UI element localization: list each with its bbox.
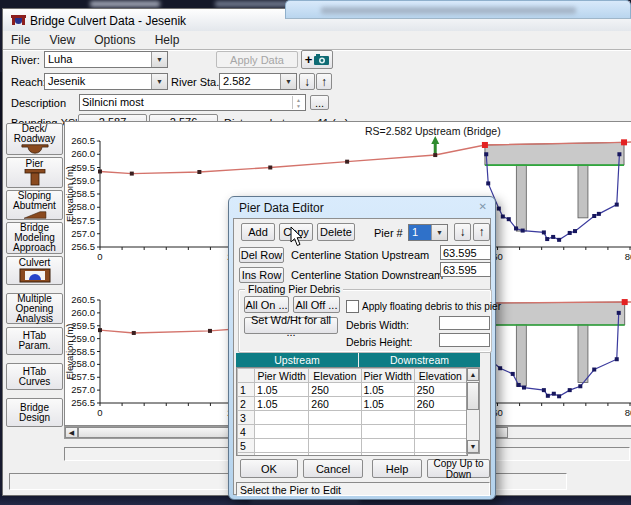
- ins-row-button[interactable]: Ins Row: [239, 267, 284, 283]
- table-cell[interactable]: [255, 453, 309, 457]
- pier-data-editor-dialog: Pier Data Editor ✕ Add Copy Delete Pier …: [228, 196, 496, 500]
- cancel-button[interactable]: Cancel: [303, 459, 363, 478]
- debris-width-label: Debris Width:: [346, 319, 409, 331]
- table-cell[interactable]: [414, 411, 466, 425]
- plus-icon: +: [305, 52, 313, 67]
- del-row-button[interactable]: Del Row: [239, 247, 284, 263]
- scrollbar-left-arrow[interactable]: ◀: [65, 427, 78, 438]
- chevron-down-icon[interactable]: ▼: [151, 74, 167, 89]
- chevron-down-icon[interactable]: ▼: [431, 225, 447, 240]
- set-wdht-button[interactable]: Set Wd/Ht for all ...: [244, 317, 338, 334]
- svg-text:Elevation (m): Elevation (m): [65, 324, 75, 380]
- table-header-row: Pier Width Elevation Pier Width Elevatio…: [238, 369, 467, 383]
- menu-help[interactable]: Help: [147, 31, 188, 49]
- dialog-status-text: Select the Pier to Edit: [240, 484, 341, 496]
- sidebar-item-sloping-abutment[interactable]: Sloping Abutment: [6, 190, 63, 220]
- table-cell[interactable]: [309, 425, 361, 439]
- table-scroll-up-arrow[interactable]: ▲: [467, 368, 479, 381]
- description-expand-button[interactable]: ...: [310, 95, 329, 110]
- table-scrollbar[interactable]: ▲ ▼: [466, 367, 480, 454]
- table-cell[interactable]: [414, 425, 466, 439]
- table-cell[interactable]: 250: [414, 383, 466, 397]
- reach-combobox[interactable]: Jesenik ▼: [44, 73, 168, 90]
- table-cell[interactable]: [255, 411, 309, 425]
- spinner-down-icon[interactable]: ▼: [296, 103, 301, 109]
- all-on-button[interactable]: All On ...: [244, 296, 289, 313]
- apply-data-button[interactable]: Apply Data: [216, 51, 298, 68]
- table-cell[interactable]: [361, 453, 414, 457]
- table-cell[interactable]: [309, 453, 361, 457]
- sidebar-item-deck-roadway[interactable]: Deck/ Roadway: [6, 123, 63, 155]
- close-icon[interactable]: ✕: [479, 201, 487, 212]
- chevron-down-icon[interactable]: ▼: [280, 74, 296, 89]
- river-sta-combobox[interactable]: 2.582 ▼: [219, 73, 297, 90]
- ok-button[interactable]: OK: [240, 459, 298, 478]
- table-cell[interactable]: [361, 439, 414, 453]
- help-button[interactable]: Help: [372, 459, 422, 478]
- description-field[interactable]: Silnicni most ▲ ▼: [79, 94, 306, 111]
- all-off-button[interactable]: All Off ...: [293, 296, 340, 313]
- pier-width-dn-header: Pier Width: [361, 369, 414, 383]
- table-cell[interactable]: [309, 411, 361, 425]
- sidebar-item-bridge-modeling-approach[interactable]: Bridge Modeling Approach: [6, 222, 63, 254]
- centerline-downstream-field[interactable]: 63.595: [440, 262, 491, 277]
- river-combobox[interactable]: Luha ▼: [44, 51, 168, 68]
- table-cell[interactable]: [361, 425, 414, 439]
- svg-text:0: 0: [97, 251, 102, 262]
- svg-text:256.5: 256.5: [71, 241, 95, 252]
- table-cell[interactable]: [255, 439, 309, 453]
- background-window-titlebar: [285, 0, 631, 19]
- sidebar-item-multiple-opening-analysis[interactable]: Multiple Opening Analysis: [6, 293, 63, 324]
- menu-file[interactable]: File: [3, 31, 38, 49]
- apply-debris-checkbox[interactable]: [346, 300, 359, 313]
- description-spinner[interactable]: ▲ ▼: [292, 96, 304, 109]
- previous-station-button[interactable]: ↓: [299, 73, 315, 90]
- next-pier-button[interactable]: ↑: [473, 223, 490, 241]
- copy-up-to-down-button[interactable]: Copy Up to Down: [427, 459, 490, 478]
- elevation-up-header: Elevation: [309, 369, 361, 383]
- table-cell[interactable]: 260: [414, 397, 466, 411]
- table-cell[interactable]: 260: [309, 397, 361, 411]
- add-pier-button[interactable]: Add: [241, 223, 275, 241]
- centerline-upstream-field[interactable]: 63.595: [440, 245, 491, 260]
- sidebar-item-bridge-design[interactable]: Bridge Design: [6, 398, 63, 427]
- sidebar-item-pier[interactable]: Pier: [6, 157, 63, 188]
- table-cell[interactable]: 250: [309, 383, 361, 397]
- svg-text:260.0: 260.0: [71, 307, 95, 318]
- next-station-button[interactable]: ↑: [316, 73, 332, 90]
- sidebar-item-htab-curves[interactable]: HTab Curves: [6, 363, 63, 390]
- svg-text:257.0: 257.0: [71, 228, 95, 239]
- add-picture-button[interactable]: +: [301, 50, 333, 69]
- debris-height-field[interactable]: [439, 333, 490, 347]
- table-cell[interactable]: [414, 439, 466, 453]
- table-cell[interactable]: 1.05: [361, 397, 414, 411]
- description-label: Description: [11, 97, 66, 109]
- dialog-title: Pier Data Editor: [239, 201, 324, 215]
- row-number-cell: 5: [238, 439, 255, 453]
- table-cell[interactable]: [255, 425, 309, 439]
- chevron-down-icon[interactable]: ▼: [151, 52, 167, 67]
- river-value: Luha: [45, 52, 151, 67]
- table-cell[interactable]: [414, 453, 466, 457]
- svg-text:0: 0: [97, 407, 102, 418]
- culvert-icon: [19, 268, 51, 283]
- table-scroll-down-arrow[interactable]: ▼: [467, 440, 479, 453]
- delete-pier-button[interactable]: Delete: [317, 223, 355, 241]
- pier-number-combobox[interactable]: 1 ▼: [408, 224, 448, 241]
- debris-width-field[interactable]: [439, 316, 490, 330]
- menu-options[interactable]: Options: [86, 31, 143, 49]
- sidebar-item-htab-param[interactable]: HTab Param.: [6, 327, 63, 355]
- table-cell[interactable]: 1.05: [361, 383, 414, 397]
- table-scroll-thumb[interactable]: [467, 382, 479, 410]
- table-row: 21.052601.05260: [238, 397, 467, 411]
- previous-pier-button[interactable]: ↓: [454, 223, 471, 241]
- table-cell[interactable]: 1.05: [255, 397, 309, 411]
- elevation-dn-header: Elevation: [414, 369, 466, 383]
- table-cell[interactable]: 1.05: [255, 383, 309, 397]
- reach-label: Reach:: [11, 76, 46, 88]
- table-cell[interactable]: [309, 439, 361, 453]
- window-title: Bridge Culvert Data - Jesenik: [30, 14, 186, 28]
- menu-view[interactable]: View: [41, 31, 83, 49]
- sidebar-item-culvert[interactable]: Culvert: [6, 256, 63, 285]
- table-cell[interactable]: [361, 411, 414, 425]
